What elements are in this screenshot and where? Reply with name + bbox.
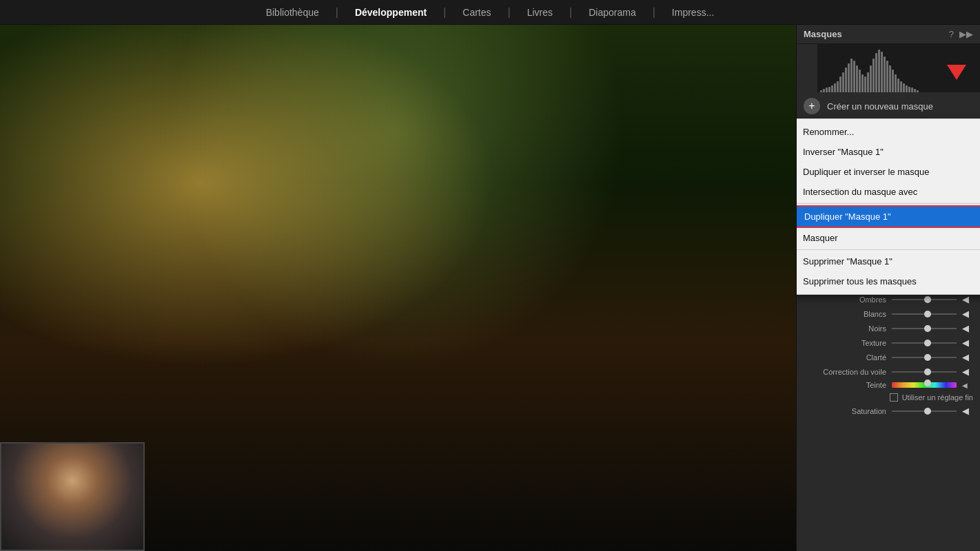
slider-arrow-correction-voile: ◀ [962, 366, 973, 377]
slider-arrow-clarte: ◀ [962, 352, 973, 362]
slider-label-ombres: Ombres [804, 295, 886, 304]
menu-item-intersection[interactable]: Intersection du masque avec ▶ [796, 182, 980, 202]
slider-track-saturation[interactable] [892, 410, 957, 412]
histogram-bar [900, 81, 902, 92]
slider-track-correction-voile[interactable] [892, 371, 957, 373]
histogram-bar [861, 74, 864, 92]
nav-item-diaporama[interactable]: Diaporama [584, 7, 640, 18]
nav-item-bibliotheque[interactable]: Bibliothèque [262, 7, 323, 18]
nav-separator: | [336, 6, 338, 19]
slider-label-clarte: Clarté [804, 353, 886, 362]
menu-item-dupliquer-inverser-label: Dupliquer et inverser le masque [803, 167, 930, 177]
reglage-fin-label: Utiliser un réglage fin [902, 393, 973, 402]
slider-row-texture: Texture ◀ [804, 335, 973, 350]
slider-arrow-noirs: ◀ [962, 323, 973, 333]
histogram-bar [845, 67, 847, 92]
slider-arrow-blancs: ◀ [962, 309, 973, 319]
menu-item-renommer-label: Renommer... [803, 127, 854, 137]
histogram-bar [892, 70, 894, 92]
histogram-bar [875, 53, 877, 92]
histogram-bar [856, 65, 858, 92]
top-navigation: Bibliothèque | Développement | Cartes | … [0, 0, 980, 25]
nav-item-cartes[interactable]: Cartes [458, 7, 495, 18]
create-mask-button[interactable]: + [804, 98, 820, 114]
nav-item-developpement[interactable]: Développement [351, 7, 431, 18]
main-area: Masques ? ▶▶ + Créer un nouveau masque M… [0, 25, 980, 551]
reglage-fin-checkbox[interactable] [890, 393, 898, 402]
histogram-bar [850, 59, 853, 92]
histogram-bar [820, 90, 822, 92]
reglage-fin-row: Utiliser un réglage fin [804, 391, 973, 404]
menu-item-supprimer-label: Supprimer "Masque 1" [803, 256, 892, 267]
nav-item-impress[interactable]: Impress... [668, 7, 718, 18]
photo-viewer [0, 25, 796, 551]
webcam-overlay [0, 442, 145, 551]
histogram-bar [878, 50, 880, 92]
slider-label-saturation: Saturation [804, 407, 886, 415]
expand-icon[interactable]: ▶▶ [959, 29, 973, 39]
histogram-bar [886, 61, 888, 92]
menu-item-supprimer-tous[interactable]: Supprimer tous les masques [796, 271, 980, 291]
masks-title: Masques [804, 29, 842, 39]
histogram-bar [864, 76, 866, 92]
nav-separator-5: | [653, 6, 655, 19]
histogram-bar [872, 59, 875, 92]
masks-panel-header: Masques ? ▶▶ [797, 25, 980, 44]
slider-track-texture[interactable] [892, 342, 957, 344]
histogram-bar [837, 81, 839, 92]
menu-separator [796, 203, 980, 204]
menu-item-renommer[interactable]: Renommer... [796, 122, 980, 142]
histogram-bar [911, 87, 913, 92]
histogram-bar [859, 70, 861, 92]
slider-label-texture: Texture [804, 339, 886, 347]
histogram-bar [889, 65, 891, 92]
slider-track-teinte2 [892, 382, 957, 388]
histogram-bar [848, 63, 850, 92]
slider-label-blancs: Blancs [804, 310, 886, 318]
create-mask-row: + Créer un nouveau masque [797, 92, 980, 121]
histogram-bar [870, 65, 872, 92]
histogram-bar [897, 79, 899, 92]
menu-item-masquer-label: Masquer [803, 233, 838, 243]
histogram-bar [867, 72, 869, 92]
histogram-bar [831, 85, 833, 92]
histogram-bar [906, 85, 908, 92]
histogram-bar [884, 56, 886, 92]
slider-row-correction-voile: Correction du voile ◀ [804, 364, 973, 379]
slider-track-noirs[interactable] [892, 328, 957, 329]
slider-arrow-texture: ◀ [962, 337, 973, 348]
histogram-bar [903, 83, 905, 92]
histogram-bar [828, 87, 830, 92]
nav-separator-2: | [443, 6, 446, 19]
slider-track-clarte[interactable] [892, 357, 957, 358]
histogram-bar [908, 87, 910, 92]
slider-track-blancs[interactable] [892, 313, 957, 315]
menu-item-dupliquer-inverser[interactable]: Dupliquer et inverser le masque [796, 162, 980, 182]
histogram-bar [853, 61, 855, 92]
slider-row-saturation: Saturation ◀ [804, 404, 973, 418]
histogram-bar [834, 83, 836, 92]
menu-item-dupliquer-label: Dupliquer "Masque 1" [804, 211, 891, 222]
menu-item-masquer[interactable]: Masquer [796, 228, 980, 248]
create-mask-label: Créer un nouveau masque [827, 101, 933, 112]
slider-track-ombres[interactable] [892, 299, 957, 300]
slider-label-correction-voile: Correction du voile [804, 368, 886, 376]
menu-item-supprimer-tous-label: Supprimer tous les masques [803, 276, 917, 287]
histogram-bar [917, 90, 919, 92]
nav-item-livres[interactable]: Livres [523, 7, 557, 18]
webcam-person [1, 444, 143, 550]
help-icon[interactable]: ? [949, 29, 954, 39]
slider-arrow-teinte2: ◀ [962, 382, 973, 389]
red-arrow-icon [947, 65, 966, 80]
menu-item-supprimer[interactable]: Supprimer "Masque 1" [796, 251, 980, 271]
nav-separator-4: | [569, 6, 572, 19]
slider-row-teinte2: Teinte ◀ [804, 379, 973, 391]
slider-arrow-saturation: ◀ [962, 406, 973, 416]
menu-item-inverser[interactable]: Inverser "Masque 1" ⌥↩ [796, 142, 980, 162]
menu-item-dupliquer[interactable]: Dupliquer "Masque 1" [796, 205, 980, 228]
slider-label-teinte2: Teinte [804, 381, 886, 389]
right-panel: Masques ? ▶▶ + Créer un nouveau masque M… [796, 25, 980, 551]
menu-separator-2 [796, 249, 980, 250]
histogram-bar [914, 89, 916, 92]
slider-row-noirs: Noirs ◀ [804, 321, 973, 335]
